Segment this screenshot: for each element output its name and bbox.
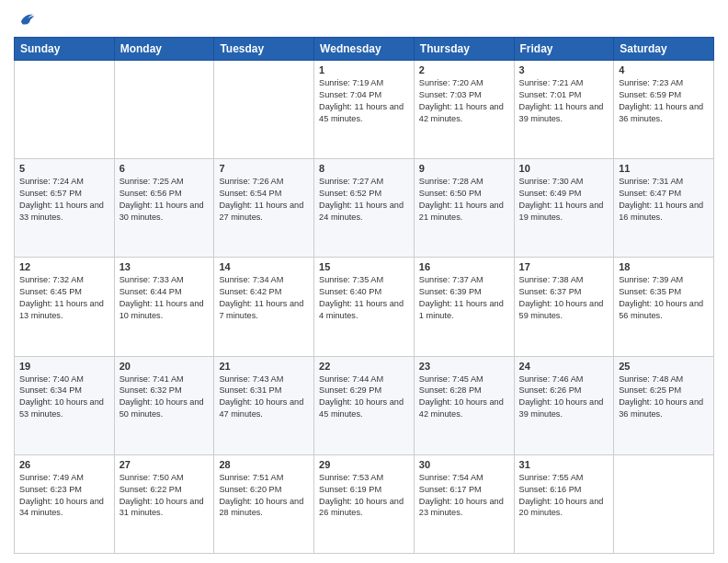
- col-tuesday: Tuesday: [214, 38, 314, 61]
- day-number: 10: [519, 163, 609, 174]
- day-info: Sunrise: 7:39 AM Sunset: 6:35 PM Dayligh…: [619, 274, 709, 322]
- table-cell: 21Sunrise: 7:43 AM Sunset: 6:31 PM Dayli…: [214, 356, 314, 454]
- table-cell: 2Sunrise: 7:20 AM Sunset: 7:03 PM Daylig…: [414, 61, 514, 159]
- day-number: 22: [319, 361, 409, 372]
- day-number: 20: [119, 361, 210, 372]
- day-number: 16: [419, 261, 509, 272]
- day-info: Sunrise: 7:35 AM Sunset: 6:40 PM Dayligh…: [319, 274, 409, 322]
- table-cell: 28Sunrise: 7:51 AM Sunset: 6:20 PM Dayli…: [214, 454, 314, 553]
- day-number: 18: [619, 261, 709, 272]
- table-cell: 9Sunrise: 7:28 AM Sunset: 6:50 PM Daylig…: [414, 159, 514, 258]
- day-info: Sunrise: 7:45 AM Sunset: 6:28 PM Dayligh…: [419, 373, 509, 421]
- day-info: Sunrise: 7:48 AM Sunset: 6:25 PM Dayligh…: [619, 373, 709, 421]
- day-number: 7: [219, 163, 309, 174]
- table-cell: 3Sunrise: 7:21 AM Sunset: 7:01 PM Daylig…: [514, 61, 614, 159]
- table-cell: 10Sunrise: 7:30 AM Sunset: 6:49 PM Dayli…: [514, 159, 614, 258]
- day-info: Sunrise: 7:46 AM Sunset: 6:26 PM Dayligh…: [519, 373, 609, 421]
- day-number: 1: [319, 64, 409, 75]
- day-info: Sunrise: 7:27 AM Sunset: 6:52 PM Dayligh…: [319, 176, 409, 224]
- table-cell: 14Sunrise: 7:34 AM Sunset: 6:42 PM Dayli…: [214, 258, 314, 356]
- col-thursday: Thursday: [414, 38, 514, 61]
- page: Sunday Monday Tuesday Wednesday Thursday…: [0, 0, 728, 563]
- day-number: 19: [19, 361, 109, 372]
- table-cell: 30Sunrise: 7:54 AM Sunset: 6:17 PM Dayli…: [414, 454, 514, 553]
- table-cell: 24Sunrise: 7:46 AM Sunset: 6:26 PM Dayli…: [514, 356, 614, 454]
- day-number: 11: [619, 163, 709, 174]
- table-cell: 11Sunrise: 7:31 AM Sunset: 6:47 PM Dayli…: [614, 159, 714, 258]
- calendar-header-row: Sunday Monday Tuesday Wednesday Thursday…: [15, 38, 714, 61]
- calendar-week-row: 12Sunrise: 7:32 AM Sunset: 6:45 PM Dayli…: [15, 258, 714, 356]
- day-number: 8: [319, 163, 409, 174]
- col-saturday: Saturday: [614, 38, 714, 61]
- day-info: Sunrise: 7:44 AM Sunset: 6:29 PM Dayligh…: [319, 373, 409, 421]
- day-number: 26: [19, 459, 109, 470]
- logo-bird-icon: [16, 9, 36, 29]
- day-number: 12: [19, 261, 109, 272]
- day-info: Sunrise: 7:38 AM Sunset: 6:37 PM Dayligh…: [519, 274, 609, 322]
- table-cell: 13Sunrise: 7:33 AM Sunset: 6:44 PM Dayli…: [114, 258, 214, 356]
- table-cell: 4Sunrise: 7:23 AM Sunset: 6:59 PM Daylig…: [614, 61, 714, 159]
- day-info: Sunrise: 7:34 AM Sunset: 6:42 PM Dayligh…: [219, 274, 309, 322]
- table-cell: 16Sunrise: 7:37 AM Sunset: 6:39 PM Dayli…: [414, 258, 514, 356]
- day-info: Sunrise: 7:53 AM Sunset: 6:19 PM Dayligh…: [319, 472, 409, 520]
- table-cell: 7Sunrise: 7:26 AM Sunset: 6:54 PM Daylig…: [214, 159, 314, 258]
- day-info: Sunrise: 7:19 AM Sunset: 7:04 PM Dayligh…: [319, 77, 409, 125]
- table-cell: 15Sunrise: 7:35 AM Sunset: 6:40 PM Dayli…: [314, 258, 415, 356]
- table-cell: 22Sunrise: 7:44 AM Sunset: 6:29 PM Dayli…: [314, 356, 415, 454]
- day-number: 31: [519, 459, 609, 470]
- table-cell: 25Sunrise: 7:48 AM Sunset: 6:25 PM Dayli…: [614, 356, 714, 454]
- day-info: Sunrise: 7:37 AM Sunset: 6:39 PM Dayligh…: [419, 274, 509, 322]
- table-cell: 29Sunrise: 7:53 AM Sunset: 6:19 PM Dayli…: [314, 454, 415, 553]
- day-number: 21: [219, 361, 309, 372]
- header: [14, 9, 714, 29]
- col-friday: Friday: [514, 38, 614, 61]
- table-cell: 31Sunrise: 7:55 AM Sunset: 6:16 PM Dayli…: [514, 454, 614, 553]
- logo: [14, 9, 36, 29]
- calendar-week-row: 5Sunrise: 7:24 AM Sunset: 6:57 PM Daylig…: [15, 159, 714, 258]
- day-number: 25: [619, 361, 709, 372]
- calendar-week-row: 19Sunrise: 7:40 AM Sunset: 6:34 PM Dayli…: [15, 356, 714, 454]
- day-info: Sunrise: 7:43 AM Sunset: 6:31 PM Dayligh…: [219, 373, 309, 421]
- table-cell: 23Sunrise: 7:45 AM Sunset: 6:28 PM Dayli…: [414, 356, 514, 454]
- calendar-table: Sunday Monday Tuesday Wednesday Thursday…: [14, 37, 714, 554]
- day-number: 15: [319, 261, 409, 272]
- col-monday: Monday: [114, 38, 214, 61]
- day-info: Sunrise: 7:31 AM Sunset: 6:47 PM Dayligh…: [619, 176, 709, 224]
- day-info: Sunrise: 7:30 AM Sunset: 6:49 PM Dayligh…: [519, 176, 609, 224]
- table-cell: 8Sunrise: 7:27 AM Sunset: 6:52 PM Daylig…: [314, 159, 415, 258]
- day-info: Sunrise: 7:41 AM Sunset: 6:32 PM Dayligh…: [119, 373, 210, 421]
- day-number: 4: [619, 64, 709, 75]
- day-number: 17: [519, 261, 609, 272]
- table-cell: [214, 61, 314, 159]
- day-info: Sunrise: 7:28 AM Sunset: 6:50 PM Dayligh…: [419, 176, 509, 224]
- day-number: 27: [119, 459, 210, 470]
- day-number: 30: [419, 459, 509, 470]
- day-number: 29: [319, 459, 409, 470]
- day-number: 13: [119, 261, 210, 272]
- day-number: 24: [519, 361, 609, 372]
- day-info: Sunrise: 7:50 AM Sunset: 6:22 PM Dayligh…: [119, 472, 210, 520]
- table-cell: 19Sunrise: 7:40 AM Sunset: 6:34 PM Dayli…: [15, 356, 115, 454]
- day-number: 5: [19, 163, 109, 174]
- day-number: 14: [219, 261, 309, 272]
- day-number: 2: [419, 64, 509, 75]
- day-number: 3: [519, 64, 609, 75]
- col-wednesday: Wednesday: [314, 38, 415, 61]
- col-sunday: Sunday: [15, 38, 115, 61]
- day-info: Sunrise: 7:32 AM Sunset: 6:45 PM Dayligh…: [19, 274, 109, 322]
- day-number: 6: [119, 163, 210, 174]
- table-cell: [614, 454, 714, 553]
- calendar: Sunday Monday Tuesday Wednesday Thursday…: [14, 37, 714, 554]
- day-info: Sunrise: 7:40 AM Sunset: 6:34 PM Dayligh…: [19, 373, 109, 421]
- table-cell: 18Sunrise: 7:39 AM Sunset: 6:35 PM Dayli…: [614, 258, 714, 356]
- day-number: 9: [419, 163, 509, 174]
- day-info: Sunrise: 7:55 AM Sunset: 6:16 PM Dayligh…: [519, 472, 609, 520]
- table-cell: 17Sunrise: 7:38 AM Sunset: 6:37 PM Dayli…: [514, 258, 614, 356]
- day-info: Sunrise: 7:54 AM Sunset: 6:17 PM Dayligh…: [419, 472, 509, 520]
- table-cell: 1Sunrise: 7:19 AM Sunset: 7:04 PM Daylig…: [314, 61, 415, 159]
- day-info: Sunrise: 7:23 AM Sunset: 6:59 PM Dayligh…: [619, 77, 709, 125]
- day-info: Sunrise: 7:24 AM Sunset: 6:57 PM Dayligh…: [19, 176, 109, 224]
- table-cell: 26Sunrise: 7:49 AM Sunset: 6:23 PM Dayli…: [15, 454, 115, 553]
- day-info: Sunrise: 7:21 AM Sunset: 7:01 PM Dayligh…: [519, 77, 609, 125]
- table-cell: 6Sunrise: 7:25 AM Sunset: 6:56 PM Daylig…: [114, 159, 214, 258]
